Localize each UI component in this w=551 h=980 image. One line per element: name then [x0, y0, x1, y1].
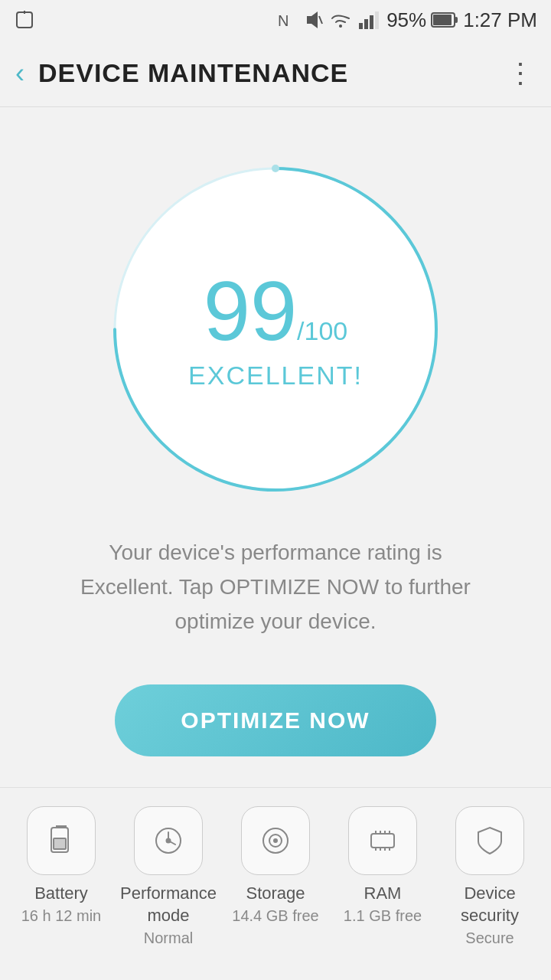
security-item[interactable]: Device security Secure: [444, 806, 536, 946]
score-display: 99/100 EXCELLENT!: [188, 269, 363, 390]
performance-sublabel: Normal: [144, 929, 193, 947]
svg-rect-18: [54, 838, 66, 849]
nav-bar: ‹ DEVICE MAINTENANCE ⋮: [0, 40, 551, 107]
svg-point-5: [339, 24, 342, 28]
score-label: EXCELLENT!: [188, 361, 363, 390]
status-icons: N 95% 1:27 PM: [276, 8, 537, 32]
storage-sublabel: 14.4 GB free: [232, 906, 318, 925]
battery-sublabel: 16 h 12 min: [21, 906, 102, 925]
battery-percent: 95%: [386, 8, 426, 32]
bottom-icons-row: Battery 16 h 12 min Performancemode Norm…: [0, 787, 551, 962]
nfc-icon: N: [276, 9, 298, 31]
svg-rect-11: [433, 15, 452, 25]
wifi-icon: [328, 9, 353, 31]
score-max: /100: [297, 316, 347, 345]
svg-rect-24: [371, 834, 394, 848]
performance-icon: [151, 823, 186, 858]
svg-marker-3: [307, 11, 318, 28]
svg-point-15: [272, 165, 279, 172]
svg-rect-8: [370, 15, 373, 29]
more-button[interactable]: ⋮: [507, 57, 536, 90]
shield-icon: [472, 823, 507, 858]
page-title: DEVICE MAINTENANCE: [38, 58, 507, 88]
svg-rect-12: [455, 17, 458, 23]
svg-rect-9: [375, 11, 379, 29]
security-sublabel: Secure: [465, 929, 514, 947]
svg-text:N: N: [278, 12, 289, 29]
signal-icon: [357, 9, 382, 31]
battery-label: Battery: [34, 883, 88, 905]
extra-icon: [14, 8, 38, 32]
clock: 1:27 PM: [463, 8, 537, 32]
status-bar: N 95% 1:27 PM: [0, 0, 551, 40]
battery-icon: [431, 11, 458, 29]
back-button[interactable]: ‹: [15, 57, 24, 90]
score-circle: 99/100 EXCELLENT!: [99, 153, 452, 505]
svg-rect-7: [364, 19, 368, 29]
ram-icon: [365, 823, 400, 858]
score-value: 99: [204, 263, 297, 358]
storage-icon: [258, 823, 293, 858]
ram-item[interactable]: RAM 1.1 GB free: [337, 806, 429, 925]
ram-label: RAM: [364, 883, 402, 905]
description-text: Your device's performance rating is Exce…: [38, 521, 513, 669]
svg-rect-6: [359, 23, 363, 29]
battery-icon-circle: [27, 806, 96, 875]
main-content: 99/100 EXCELLENT! Your device's performa…: [0, 107, 551, 787]
svg-line-4: [319, 16, 322, 24]
performance-label: Performancemode: [120, 883, 217, 926]
svg-point-23: [274, 839, 277, 842]
mute-icon: [302, 9, 324, 31]
ram-sublabel: 1.1 GB free: [344, 906, 422, 925]
battery-icon: [44, 823, 79, 858]
svg-point-20: [167, 839, 171, 843]
svg-rect-0: [17, 12, 32, 28]
battery-item[interactable]: Battery 16 h 12 min: [15, 806, 107, 925]
performance-item[interactable]: Performancemode Normal: [122, 806, 214, 946]
security-icon-circle: [455, 806, 524, 875]
storage-icon-circle: [241, 806, 310, 875]
storage-item[interactable]: Storage 14.4 GB free: [230, 806, 321, 925]
optimize-button[interactable]: OPTIMIZE NOW: [115, 684, 436, 756]
security-label: Device security: [444, 883, 536, 926]
storage-label: Storage: [246, 883, 305, 905]
ram-icon-circle: [348, 806, 417, 875]
performance-icon-circle: [134, 806, 203, 875]
